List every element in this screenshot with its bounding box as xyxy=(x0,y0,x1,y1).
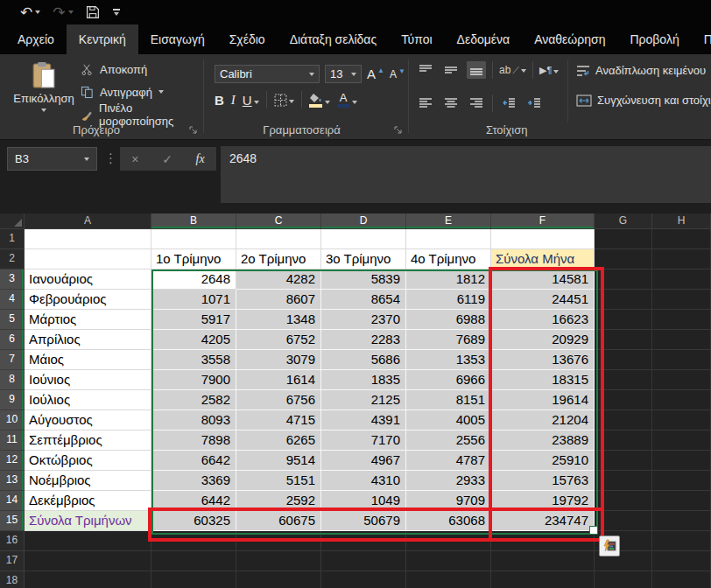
row-header-10[interactable]: 10 xyxy=(0,410,25,430)
cell-C7[interactable]: 3079 xyxy=(236,350,321,370)
cell-B5[interactable]: 5917 xyxy=(151,310,236,330)
cell-A2[interactable] xyxy=(25,249,151,270)
cell-D12[interactable]: 4967 xyxy=(321,451,406,471)
cell-G5[interactable] xyxy=(595,310,652,330)
customize-quick-access-button[interactable] xyxy=(113,9,120,16)
cell-G13[interactable] xyxy=(595,471,652,491)
cell-C3[interactable]: 4282 xyxy=(236,270,321,290)
tab-Κεντρική[interactable]: Κεντρική xyxy=(67,24,138,54)
cell-A1[interactable] xyxy=(25,229,151,249)
cell-F16[interactable] xyxy=(491,531,595,551)
cell-D2[interactable]: 3ο Τρίμηνο xyxy=(321,249,406,270)
orientation-dropdown-icon[interactable] xyxy=(521,69,526,73)
cell-H17[interactable] xyxy=(652,551,711,571)
cell-D3[interactable]: 5839 xyxy=(321,270,406,290)
cell-D10[interactable]: 4391 xyxy=(321,410,406,430)
cell-C10[interactable]: 4715 xyxy=(236,410,321,430)
cell-G11[interactable] xyxy=(595,430,652,451)
cell-H14[interactable] xyxy=(652,491,711,511)
cell-E13[interactable]: 2933 xyxy=(406,471,491,491)
cell-A15[interactable]: Σύνολα Τριμήνων xyxy=(25,511,151,531)
cell-G10[interactable] xyxy=(595,410,652,430)
tab-Προγραμματιστής[interactable]: Προγραμματιστής xyxy=(692,24,711,54)
cell-A16[interactable] xyxy=(25,531,151,551)
column-header-C[interactable]: C xyxy=(236,214,321,229)
row-header-16[interactable]: 16 xyxy=(0,531,25,551)
cell-D14[interactable]: 1049 xyxy=(321,491,406,511)
cell-F1[interactable] xyxy=(491,229,595,249)
underline-button[interactable]: U xyxy=(243,93,259,108)
row-header-8[interactable]: 8 xyxy=(0,370,25,390)
save-button[interactable] xyxy=(81,3,104,22)
cell-A13[interactable]: Νοέμβριος xyxy=(25,471,151,491)
cell-E14[interactable]: 9709 xyxy=(406,491,491,511)
font-name-dropdown-icon[interactable] xyxy=(309,73,314,76)
cell-H7[interactable] xyxy=(652,350,711,370)
cell-F4[interactable]: 24451 xyxy=(491,290,595,310)
cell-B16[interactable] xyxy=(151,531,236,551)
tab-Δεδομένα[interactable]: Δεδομένα xyxy=(445,24,523,54)
row-header-4[interactable]: 4 xyxy=(0,290,25,310)
quick-analysis-button[interactable] xyxy=(599,536,620,556)
cancel-icon[interactable]: × xyxy=(131,152,138,166)
cell-C8[interactable]: 1614 xyxy=(236,370,321,390)
merge-center-button[interactable]: Συγχώνευση και στοίχιση σ xyxy=(576,94,711,107)
cell-B10[interactable]: 8093 xyxy=(151,410,236,430)
cell-F10[interactable]: 21204 xyxy=(491,410,595,430)
cell-H10[interactable] xyxy=(652,410,711,430)
cell-B6[interactable]: 4205 xyxy=(151,330,236,350)
cell-A9[interactable]: Ιούλιος xyxy=(25,390,151,410)
cell-H2[interactable] xyxy=(652,249,711,270)
cell-H11[interactable] xyxy=(652,430,711,451)
cell-A11[interactable]: Σεπτέμβριος xyxy=(25,430,151,451)
cell-H6[interactable] xyxy=(652,330,711,350)
cell-C12[interactable]: 9514 xyxy=(236,451,321,471)
cell-F3[interactable]: 14581 xyxy=(491,270,595,290)
cell-E4[interactable]: 6119 xyxy=(406,290,491,310)
column-header-D[interactable]: D xyxy=(321,214,406,229)
column-header-B[interactable]: B xyxy=(151,214,236,229)
cell-F18[interactable] xyxy=(491,571,595,588)
cell-D11[interactable]: 7170 xyxy=(321,430,406,451)
cell-D16[interactable] xyxy=(321,531,406,551)
cell-E8[interactable]: 6966 xyxy=(406,370,491,390)
row-header-2[interactable]: 2 xyxy=(0,249,25,270)
bold-button[interactable]: B xyxy=(215,93,224,108)
cell-G14[interactable] xyxy=(595,491,652,511)
cell-B2[interactable]: 1ο Τρίμηνο xyxy=(151,249,236,270)
cell-F5[interactable]: 16623 xyxy=(491,310,595,330)
cell-A10[interactable]: Αύγουστος xyxy=(25,410,151,430)
cut-button[interactable]: Αποκοπή xyxy=(81,58,203,80)
cell-C16[interactable] xyxy=(236,531,321,551)
row-header-12[interactable]: 12 xyxy=(0,451,25,471)
text-direction-button[interactable]: ▶¶ xyxy=(539,65,559,76)
name-box[interactable]: B3 xyxy=(7,147,97,171)
row-header-13[interactable]: 13 xyxy=(0,471,25,491)
paste-dropdown-icon[interactable] xyxy=(41,108,46,112)
tab-Αρχείο[interactable]: Αρχείο xyxy=(5,24,67,54)
wrap-text-button[interactable]: Αναδίπλωση κειμένου xyxy=(576,64,706,77)
row-header-3[interactable]: 3 xyxy=(0,270,25,290)
insert-function-icon[interactable]: fx xyxy=(196,152,205,166)
cell-E18[interactable] xyxy=(406,571,491,588)
cell-B18[interactable] xyxy=(151,571,236,588)
cell-D15[interactable]: 50679 xyxy=(321,511,406,531)
cell-F7[interactable]: 13676 xyxy=(491,350,595,370)
cell-H3[interactable] xyxy=(652,270,711,290)
tab-Σχέδιο[interactable]: Σχέδιο xyxy=(217,24,278,54)
cell-H1[interactable] xyxy=(652,229,711,249)
cell-C18[interactable] xyxy=(236,571,321,588)
cell-G3[interactable] xyxy=(595,270,652,290)
tab-Εισαγωγή[interactable]: Εισαγωγή xyxy=(138,24,217,54)
tab-Αναθεώρηση[interactable]: Αναθεώρηση xyxy=(522,24,617,54)
cell-H5[interactable] xyxy=(652,310,711,330)
cell-B3[interactable]: 2648 xyxy=(151,270,236,290)
cell-B11[interactable]: 7898 xyxy=(151,430,236,451)
cell-C17[interactable] xyxy=(236,551,321,571)
cell-C13[interactable]: 5151 xyxy=(236,471,321,491)
font-dialog-launcher-icon[interactable] xyxy=(394,126,403,135)
cell-G15[interactable] xyxy=(595,511,652,531)
row-header-17[interactable]: 17 xyxy=(0,551,25,571)
cell-H13[interactable] xyxy=(652,471,711,491)
cell-G9[interactable] xyxy=(595,390,652,410)
